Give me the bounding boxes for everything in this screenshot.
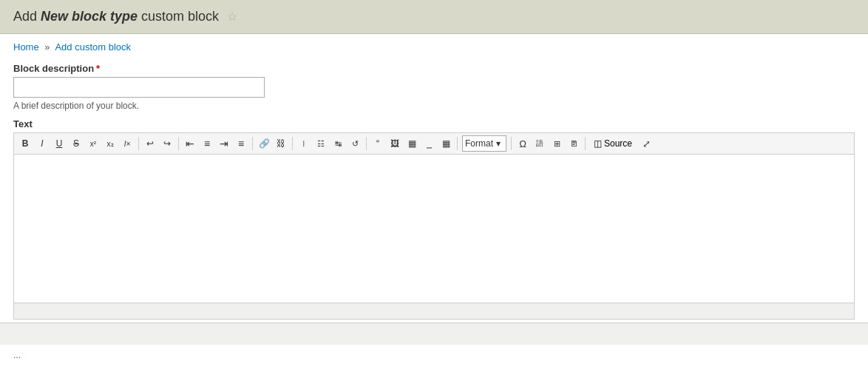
undo-button[interactable]: ↩ (142, 135, 158, 152)
editor-footer-resize[interactable] (14, 303, 854, 319)
bottom-link-row: ... (0, 345, 868, 365)
toolbar-sep-3 (252, 137, 253, 150)
blockquote-button[interactable]: “ (370, 135, 386, 152)
subscript-button[interactable]: x₂ (102, 135, 118, 152)
media-button[interactable]: ▦ (438, 135, 454, 152)
ordered-list-button[interactable]: ☷ (313, 135, 329, 152)
source-label: Source (604, 138, 632, 149)
toolbar-sep-4 (292, 137, 293, 150)
editor-toolbar: B I U S x² x₂ I× ↩ ↪ ⇤ ≡ ⇥ ≡ 🔗 ⛓ ⁞ ☷ ↹ ↺ (14, 133, 854, 155)
page-header: Add New block type custom block ☆ (0, 0, 868, 34)
block-description-input[interactable] (13, 77, 265, 98)
unordered-list-button[interactable]: ⁞ (296, 135, 312, 152)
maximize-button[interactable]: ⤢ (638, 135, 654, 152)
indent-button[interactable]: ↺ (347, 135, 363, 152)
toolbar-sep-7 (511, 137, 512, 150)
underline-button[interactable]: U (51, 135, 67, 152)
form-area: Block description* A brief description o… (0, 57, 868, 320)
align-left-button[interactable]: ⇤ (182, 135, 198, 152)
page-title: Add New block type custom block ☆ (13, 9, 855, 24)
special3-button[interactable]: 🖹 (566, 135, 582, 152)
toolbar-sep-8 (585, 137, 586, 150)
hr-button[interactable]: ⎯ (421, 135, 437, 152)
source-button[interactable]: ◫ Source (589, 136, 637, 151)
toolbar-sep-1 (138, 137, 139, 150)
favorite-star-icon[interactable]: ☆ (227, 10, 237, 23)
title-italic: New block type (41, 9, 138, 24)
table-button[interactable]: ▦ (404, 135, 420, 152)
editor-content-area[interactable] (14, 155, 854, 303)
title-suffix: custom block (138, 9, 219, 24)
link-button[interactable]: 🔗 (256, 135, 272, 152)
required-indicator: * (96, 63, 100, 74)
block-desc-label-text: Block description (13, 63, 94, 74)
clear-format-button[interactable]: I× (119, 135, 135, 152)
toolbar-sep-5 (366, 137, 367, 150)
source-icon: ◫ (594, 138, 602, 149)
redo-button[interactable]: ↪ (159, 135, 175, 152)
bottom-status-bar (0, 323, 868, 345)
format-dropdown[interactable]: Format ▾ (462, 135, 506, 152)
format-dropdown-arrow: ▾ (496, 138, 501, 149)
toolbar-sep-2 (178, 137, 179, 150)
italic-button[interactable]: I (34, 135, 50, 152)
unlink-button[interactable]: ⛓ (273, 135, 289, 152)
outdent-button[interactable]: ↹ (330, 135, 346, 152)
bottom-action-link[interactable]: ... (13, 350, 21, 360)
breadcrumb-separator: » (44, 41, 50, 53)
block-desc-hint: A brief description of your block. (13, 101, 855, 111)
breadcrumb: Home » Add custom block (0, 34, 868, 57)
bold-button[interactable]: B (17, 135, 33, 152)
format-label: Format (465, 138, 493, 149)
block-desc-label: Block description* (13, 63, 855, 74)
align-justify-button[interactable]: ≡ (233, 135, 249, 152)
breadcrumb-add-link[interactable]: Add custom block (55, 41, 131, 53)
toolbar-sep-6 (457, 137, 458, 150)
breadcrumb-home-link[interactable]: Home (13, 41, 39, 53)
strikethrough-button[interactable]: S (68, 135, 84, 152)
title-prefix: Add (13, 9, 41, 24)
superscript-button[interactable]: x² (85, 135, 101, 152)
omega-button[interactable]: Ω (515, 135, 531, 152)
image-button[interactable]: 🖼 (387, 135, 403, 152)
text-field-label: Text (13, 118, 855, 129)
align-center-button[interactable]: ≡ (199, 135, 215, 152)
special2-button[interactable]: ⊞ (549, 135, 565, 152)
align-right-button[interactable]: ⇥ (216, 135, 232, 152)
rich-text-editor: B I U S x² x₂ I× ↩ ↪ ⇤ ≡ ⇥ ≡ 🔗 ⛓ ⁞ ☷ ↹ ↺ (13, 132, 855, 320)
language-button[interactable]: 語 (532, 135, 548, 152)
